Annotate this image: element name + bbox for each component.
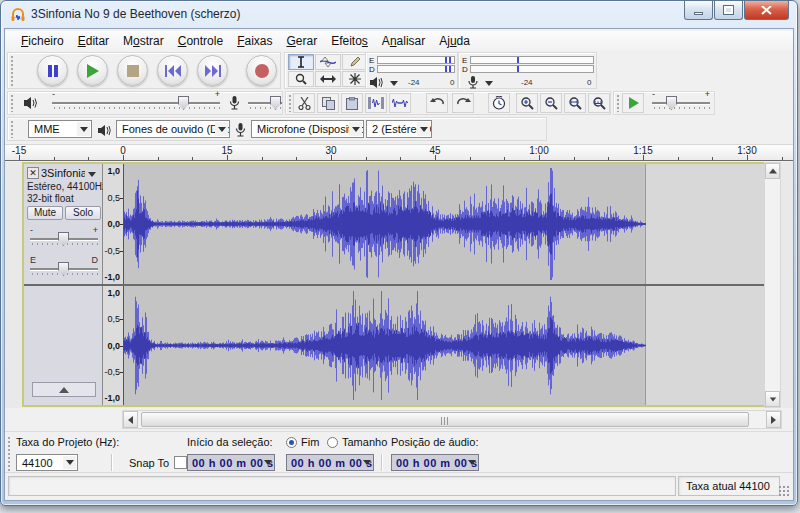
menu-mostrar[interactable]: Mostrar — [116, 32, 171, 50]
scroll-right-button[interactable] — [766, 411, 781, 428]
track-menu-dropdown[interactable] — [88, 172, 96, 177]
title-bar[interactable]: 3Sinfonia No 9 de Beethoven (scherzo) — [1, 1, 797, 28]
horizontal-scrollbar[interactable] — [122, 410, 782, 429]
output-meter-dropdown[interactable] — [390, 81, 398, 86]
redo-button[interactable] — [452, 93, 474, 113]
waveform-channel-2[interactable] — [124, 287, 646, 404]
track-collapse-button[interactable] — [32, 382, 96, 397]
resize-grip[interactable] — [777, 484, 790, 497]
toolbar-gripper[interactable] — [7, 436, 11, 471]
device-toolbar: MME Fones de ouvido (Dispo: Microfone (D… — [7, 117, 547, 141]
menu-gerar[interactable]: Gerar — [279, 32, 324, 50]
field-dropdown-icon[interactable] — [363, 460, 371, 465]
fit-project-icon — [593, 97, 606, 110]
play-button[interactable] — [77, 55, 108, 86]
scroll-up-button[interactable] — [765, 163, 780, 179]
recording-channels-combo[interactable]: 2 (Estéreo) Ca — [366, 120, 432, 138]
vertical-ruler-channel-1[interactable]: 1,00,50,0-0,5-1,0 — [103, 164, 124, 284]
end-radio-label[interactable]: Fim — [301, 436, 319, 448]
play-at-speed-button[interactable] — [622, 93, 644, 113]
skip-to-end-button[interactable] — [197, 55, 228, 86]
pause-button[interactable] — [37, 55, 68, 86]
paste-button[interactable] — [341, 93, 363, 113]
timeline-ruler[interactable]: -1501530451:001:151:30 — [5, 144, 793, 161]
toolbar-gripper[interactable] — [10, 94, 14, 112]
menu-controle[interactable]: Controle — [171, 32, 230, 50]
ruler-label-1:30: 1:30 — [737, 145, 756, 156]
gain-slider[interactable]: - + — [30, 232, 98, 248]
vertical-scrollbar[interactable] — [764, 162, 781, 408]
snap-to-checkbox[interactable] — [174, 456, 187, 469]
input-volume-slider[interactable] — [248, 96, 282, 112]
menu-faixas[interactable]: Faixas — [230, 32, 279, 50]
amplitude-tick — [120, 251, 123, 252]
menu-ajuda[interactable]: Ajuda — [432, 32, 477, 50]
fit-selection-button[interactable] — [564, 93, 586, 113]
waveform-channel-1[interactable] — [124, 165, 646, 283]
envelope-tool-button[interactable] — [315, 54, 341, 70]
output-volume-slider[interactable]: - + — [52, 96, 220, 112]
toolbar-gripper[interactable] — [10, 120, 14, 138]
status-rate-text: Taxa atual 44100 — [679, 477, 779, 495]
menu-analisar[interactable]: Analisar — [375, 32, 432, 50]
input-meter-dropdown[interactable] — [485, 81, 493, 86]
selection-tool-button[interactable] — [288, 54, 314, 70]
host-combo[interactable]: MME — [28, 120, 92, 138]
minimize-button[interactable] — [684, 1, 713, 20]
scroll-down-button[interactable] — [765, 391, 780, 407]
sync-lock-button[interactable] — [488, 93, 510, 113]
mute-button[interactable]: Mute — [27, 206, 63, 220]
pan-slider[interactable]: E D — [30, 262, 98, 278]
field-dropdown-icon[interactable] — [468, 460, 476, 465]
copy-button[interactable] — [317, 93, 339, 113]
skip-to-start-button[interactable] — [157, 55, 188, 86]
playback-meter-toolbar[interactable]: E D -24 0 — [365, 52, 458, 89]
playback-speed-slider[interactable]: - + — [652, 96, 710, 112]
paste-icon — [346, 97, 358, 110]
end-radio[interactable] — [286, 437, 297, 448]
length-radio-label[interactable]: Tamanho — [342, 436, 387, 448]
maximize-button[interactable] — [714, 1, 743, 20]
menu-editar[interactable]: Editar — [71, 32, 116, 50]
recording-device-combo[interactable]: Microfone (Dispositivo d — [251, 120, 364, 138]
timeshift-tool-button[interactable] — [315, 71, 341, 87]
wave-area-channel-2[interactable] — [124, 286, 765, 405]
toolbar-gripper[interactable] — [10, 55, 14, 86]
zoom-tool-button[interactable] — [288, 71, 314, 87]
playback-device-combo[interactable]: Fones de ouvido (Dispo: — [116, 120, 230, 138]
selection-start-field[interactable]: 00 h 00 m 00 s — [187, 454, 275, 471]
length-radio[interactable] — [327, 437, 338, 448]
tools-toolbar — [284, 52, 368, 89]
status-message-area — [8, 476, 676, 496]
vertical-ruler-channel-2[interactable]: 1,00,50,0-0,5-1,0 — [103, 286, 124, 405]
cut-button[interactable] — [293, 93, 315, 113]
audio-position-field[interactable]: 00 h 00 m 00 s — [391, 454, 479, 471]
fit-project-button[interactable] — [588, 93, 610, 113]
menu-efeitos[interactable]: Efeitos — [324, 32, 375, 50]
menu-ficheiro[interactable]: Ficheiro — [14, 32, 71, 50]
toolbar-gripper[interactable] — [616, 94, 620, 112]
play-icon — [86, 64, 99, 78]
ruler-tick — [504, 157, 505, 160]
field-dropdown-icon[interactable] — [264, 460, 272, 465]
speaker-icon — [370, 77, 384, 88]
input-meter-right-label: D — [462, 66, 468, 74]
zoom-out-button[interactable] — [540, 93, 562, 113]
amplitude-tick — [120, 224, 123, 225]
close-button[interactable] — [744, 1, 789, 20]
silence-audio-button[interactable] — [389, 93, 411, 113]
zoom-in-button[interactable] — [516, 93, 538, 113]
scroll-left-button[interactable] — [123, 411, 138, 428]
recording-meter-toolbar[interactable]: E D -24 0 — [458, 52, 597, 89]
undo-button[interactable] — [426, 93, 448, 113]
stop-button[interactable] — [117, 55, 148, 86]
project-rate-combo[interactable]: 44100 — [16, 454, 78, 471]
solo-button[interactable]: Solo — [65, 206, 101, 220]
horizontal-scroll-thumb[interactable] — [141, 412, 749, 427]
track-close-button[interactable]: ✕ — [27, 167, 39, 179]
toolbar-gripper[interactable] — [288, 94, 292, 112]
selection-end-field[interactable]: 00 h 00 m 00 s — [286, 454, 374, 471]
wave-area-channel-1[interactable] — [124, 164, 765, 284]
record-button[interactable] — [246, 55, 277, 86]
trim-audio-button[interactable] — [365, 93, 387, 113]
